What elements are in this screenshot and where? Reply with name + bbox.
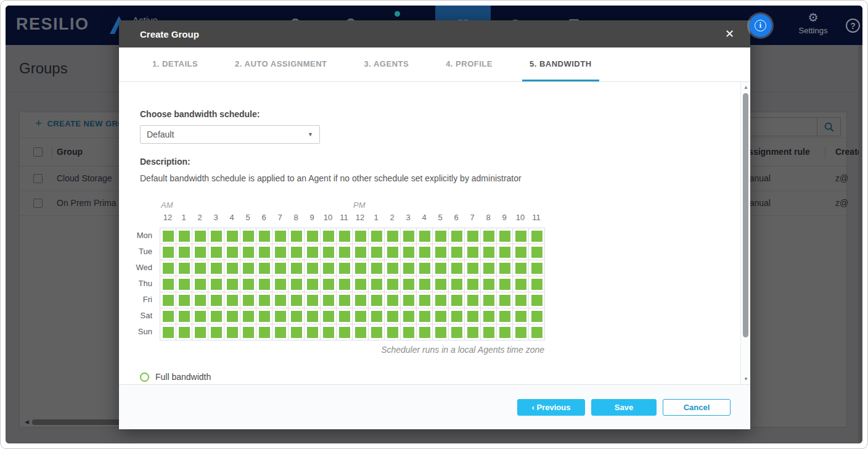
schedule-cell-tue-7[interactable] xyxy=(465,244,481,260)
schedule-cell-mon-4[interactable] xyxy=(417,228,433,244)
schedule-cell-fri-1[interactable] xyxy=(176,292,192,308)
previous-button[interactable]: ‹ Previous xyxy=(517,399,585,416)
schedule-cell-sat-6[interactable] xyxy=(449,308,465,324)
schedule-cell-tue-1[interactable] xyxy=(369,244,385,260)
schedule-cell-wed-7[interactable] xyxy=(465,260,481,276)
tab-auto-assignment[interactable]: 2. AUTO ASSIGNMENT xyxy=(227,47,334,81)
schedule-cell-wed-10[interactable] xyxy=(513,260,529,276)
schedule-cell-tue-5[interactable] xyxy=(433,244,449,260)
schedule-cell-mon-10[interactable] xyxy=(321,228,337,244)
schedule-cell-tue-10[interactable] xyxy=(513,244,529,260)
schedule-cell-fri-4[interactable] xyxy=(224,292,240,308)
schedule-cell-sun-12[interactable] xyxy=(160,324,176,340)
schedule-cell-sun-7[interactable] xyxy=(272,324,289,340)
schedule-cell-mon-2[interactable] xyxy=(385,228,401,244)
schedule-cell-mon-5[interactable] xyxy=(433,228,449,244)
schedule-cell-mon-2[interactable] xyxy=(192,228,208,244)
schedule-cell-tue-11[interactable] xyxy=(529,244,545,260)
schedule-cell-tue-9[interactable] xyxy=(305,244,321,260)
schedule-cell-sat-3[interactable] xyxy=(208,308,224,324)
settings-nav-item[interactable]: ⚙ Settings xyxy=(790,12,837,35)
schedule-cell-sun-10[interactable] xyxy=(513,324,529,340)
schedule-cell-tue-6[interactable] xyxy=(449,244,465,260)
schedule-cell-mon-3[interactable] xyxy=(401,228,417,244)
schedule-cell-sat-11[interactable] xyxy=(529,308,545,324)
schedule-cell-tue-2[interactable] xyxy=(192,244,208,260)
close-icon[interactable]: ✕ xyxy=(725,28,734,39)
schedule-cell-fri-3[interactable] xyxy=(401,292,417,308)
schedule-cell-wed-11[interactable] xyxy=(337,260,353,276)
schedule-cell-sat-12[interactable] xyxy=(160,308,176,324)
schedule-cell-sun-6[interactable] xyxy=(256,324,272,340)
schedule-cell-wed-2[interactable] xyxy=(192,260,208,276)
schedule-cell-sat-1[interactable] xyxy=(176,308,192,324)
schedule-cell-tue-4[interactable] xyxy=(224,244,240,260)
schedule-cell-mon-9[interactable] xyxy=(497,228,513,244)
schedule-cell-sat-9[interactable] xyxy=(305,308,321,324)
schedule-cell-fri-8[interactable] xyxy=(481,292,497,308)
schedule-cell-wed-12[interactable] xyxy=(353,260,369,276)
schedule-cell-thu-3[interactable] xyxy=(401,276,417,292)
schedule-cell-thu-3[interactable] xyxy=(208,276,224,292)
schedule-cell-mon-9[interactable] xyxy=(305,228,321,244)
schedule-cell-fri-10[interactable] xyxy=(513,292,529,308)
schedule-cell-thu-11[interactable] xyxy=(529,276,545,292)
schedule-cell-mon-11[interactable] xyxy=(529,228,545,244)
schedule-cell-fri-4[interactable] xyxy=(417,292,433,308)
tab-details[interactable]: 1. DETAILS xyxy=(145,47,205,81)
schedule-cell-thu-2[interactable] xyxy=(385,276,401,292)
schedule-cell-wed-5[interactable] xyxy=(240,260,256,276)
info-button[interactable]: i xyxy=(749,14,772,37)
schedule-cell-wed-4[interactable] xyxy=(224,260,240,276)
schedule-cell-sat-5[interactable] xyxy=(240,308,256,324)
schedule-cell-wed-9[interactable] xyxy=(305,260,321,276)
schedule-cell-fri-10[interactable] xyxy=(321,292,337,308)
schedule-cell-mon-8[interactable] xyxy=(289,228,305,244)
schedule-cell-sun-7[interactable] xyxy=(465,324,481,340)
schedule-cell-tue-3[interactable] xyxy=(401,244,417,260)
schedule-cell-sun-11[interactable] xyxy=(529,324,545,340)
schedule-cell-sun-5[interactable] xyxy=(240,324,256,340)
radio-icon[interactable] xyxy=(140,373,149,382)
schedule-cell-fri-7[interactable] xyxy=(465,292,481,308)
schedule-cell-fri-2[interactable] xyxy=(192,292,208,308)
schedule-cell-sun-2[interactable] xyxy=(385,324,401,340)
schedule-cell-sat-7[interactable] xyxy=(272,308,289,324)
schedule-cell-wed-3[interactable] xyxy=(401,260,417,276)
schedule-cell-wed-11[interactable] xyxy=(529,260,545,276)
schedule-cell-thu-4[interactable] xyxy=(224,276,240,292)
schedule-cell-sun-3[interactable] xyxy=(208,324,224,340)
schedule-cell-sat-10[interactable] xyxy=(321,308,337,324)
schedule-cell-tue-11[interactable] xyxy=(337,244,353,260)
schedule-cell-fri-11[interactable] xyxy=(337,292,353,308)
schedule-cell-thu-11[interactable] xyxy=(337,276,353,292)
schedule-cell-tue-8[interactable] xyxy=(289,244,305,260)
schedule-cell-sun-4[interactable] xyxy=(224,324,240,340)
schedule-cell-tue-3[interactable] xyxy=(208,244,224,260)
schedule-cell-thu-6[interactable] xyxy=(449,276,465,292)
schedule-cell-mon-12[interactable] xyxy=(160,228,176,244)
schedule-cell-sat-8[interactable] xyxy=(481,308,497,324)
schedule-cell-mon-10[interactable] xyxy=(513,228,529,244)
schedule-cell-wed-2[interactable] xyxy=(385,260,401,276)
schedule-cell-mon-7[interactable] xyxy=(465,228,481,244)
schedule-cell-wed-4[interactable] xyxy=(417,260,433,276)
schedule-cell-fri-8[interactable] xyxy=(289,292,305,308)
schedule-cell-mon-4[interactable] xyxy=(224,228,240,244)
schedule-cell-wed-9[interactable] xyxy=(497,260,513,276)
schedule-cell-thu-6[interactable] xyxy=(256,276,272,292)
tab-profile[interactable]: 4. PROFILE xyxy=(438,47,500,81)
tab-bandwidth[interactable]: 5. BANDWIDTH xyxy=(522,47,599,81)
schedule-cell-thu-12[interactable] xyxy=(353,276,369,292)
scroll-up-icon[interactable]: ▲ xyxy=(741,84,751,90)
schedule-cell-mon-5[interactable] xyxy=(240,228,256,244)
schedule-select[interactable]: Default ▼ xyxy=(140,125,320,144)
schedule-cell-thu-8[interactable] xyxy=(289,276,305,292)
schedule-cell-thu-7[interactable] xyxy=(465,276,481,292)
schedule-cell-sun-12[interactable] xyxy=(353,324,369,340)
schedule-cell-mon-6[interactable] xyxy=(449,228,465,244)
schedule-cell-fri-3[interactable] xyxy=(208,292,224,308)
schedule-cell-sun-8[interactable] xyxy=(289,324,305,340)
cancel-button[interactable]: Cancel xyxy=(663,399,731,416)
schedule-cell-fri-11[interactable] xyxy=(529,292,545,308)
